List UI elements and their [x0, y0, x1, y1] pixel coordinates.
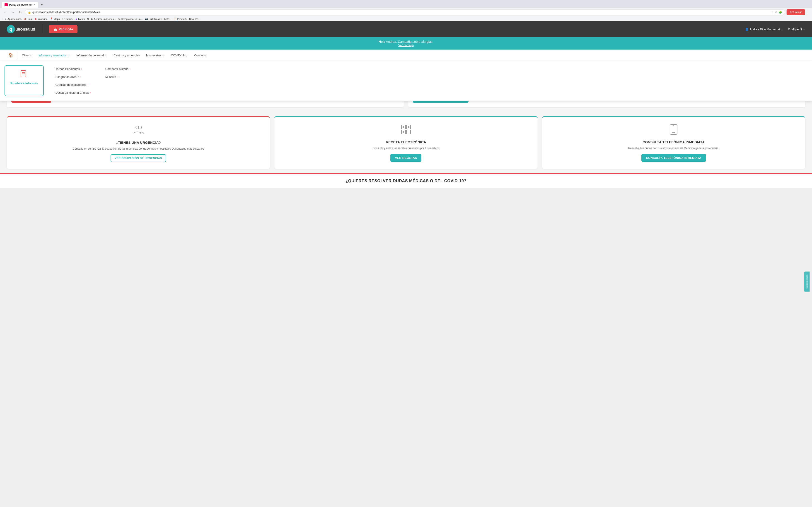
- menu-icon[interactable]: ⋮: [806, 10, 810, 15]
- nav-recetas-label: Mis recetas: [146, 54, 161, 57]
- bookmark-label: Twitch: [78, 18, 85, 20]
- ver-recetas-button[interactable]: VER RECETAS: [390, 154, 421, 162]
- refresh-button[interactable]: Actualizar: [786, 9, 805, 15]
- bookmark-label: YouTube: [38, 18, 48, 20]
- bookmark-label: Gmail: [27, 18, 33, 20]
- urgencias-card: ¿TIENES UNA URGENCIA? Consulta en tiempo…: [7, 116, 270, 169]
- dropdown-tareas[interactable]: Tareas Pendientes ›: [53, 65, 94, 72]
- chevron-citas: ⌄: [30, 54, 32, 57]
- browser-chrome: Portal del paciente ✕ +: [0, 0, 812, 8]
- bookmark-compressor[interactable]: ⊕ Compressor.io - o...: [118, 17, 143, 20]
- dropdown-compartir-label: Compartir historia: [105, 67, 129, 71]
- nav-item-informes[interactable]: Informes y resultados ⌄: [35, 51, 73, 60]
- dropdown-ecografias[interactable]: Ecografías 3D/4D ›: [53, 73, 94, 80]
- bookmark-bulk-resize[interactable]: 📷 Bulk Resize Photo...: [145, 17, 171, 20]
- bookmark-gmail[interactable]: M Gmail: [24, 18, 33, 20]
- bookmark-label: Traducir: [64, 18, 73, 20]
- nav-personal-label: Información personal: [77, 54, 104, 57]
- bookmark-maps[interactable]: 📍 Maps: [50, 17, 60, 20]
- chevron-icon: ›: [90, 92, 91, 94]
- bottom-question-text: ¿QUIERES RESOLVER DUDAS MÉDICAS O DEL CO…: [7, 179, 805, 183]
- bookmark-achicar[interactable]: ⊡ Achicar Imágenes...: [91, 17, 116, 20]
- bookmark-youtube[interactable]: ▶ YouTube: [35, 17, 48, 20]
- bookmark-proctoru[interactable]: 📋 ProctorU | Real Pe...: [173, 17, 200, 20]
- toolbar-right: Actualizar ⋮: [786, 9, 810, 15]
- nav-item-citas[interactable]: Citas ⌄: [19, 51, 35, 60]
- pedir-cita-button[interactable]: 📅 Pedir cita: [49, 25, 78, 33]
- calendar-icon: 📅: [53, 27, 57, 31]
- settings-icon: ⚙: [788, 27, 791, 31]
- notification-link[interactable]: Ver consejo: [3, 44, 809, 47]
- document-icon: [10, 70, 38, 80]
- bookmarks-bar: ⋮⋮ Aplicaciones M Gmail ▶ YouTube 📍 Maps…: [0, 17, 812, 21]
- mi-perfil-button[interactable]: ⚙ Mi perfil ⌄: [788, 27, 805, 31]
- urgencias-title: ¿TIENES UNA URGENCIA?: [11, 140, 265, 145]
- browser-tabs: Portal del paciente ✕ +: [2, 1, 810, 8]
- chevron-personal: ⌄: [105, 54, 107, 57]
- nav-item-covid[interactable]: COVID-19 ⌄: [168, 51, 191, 60]
- nav-item-personal[interactable]: Información personal ⌄: [73, 51, 110, 60]
- nav-item-centros[interactable]: Centros y urgencias: [110, 51, 143, 60]
- logo-icon: q: [7, 25, 15, 33]
- chevron-icon: ›: [88, 83, 88, 86]
- nav-covid-label: COVID-19: [171, 54, 185, 57]
- notification-text: Hola Andrea, Campaña sobre alergias.: [378, 40, 433, 44]
- new-tab-button[interactable]: +: [39, 1, 45, 8]
- bottom-question: ¿QUIERES RESOLVER DUDAS MÉDICAS O DEL CO…: [0, 173, 812, 188]
- svg-rect-11: [406, 130, 411, 134]
- star-icon: ☆: [771, 11, 774, 14]
- chevron-icon: ›: [130, 68, 131, 70]
- urgencias-desc: Consulta en tiempo real la ocupación de …: [11, 147, 265, 151]
- nav-home-button[interactable]: 🏠: [5, 50, 17, 61]
- dropdown-compartir[interactable]: Compartir historia ›: [103, 65, 134, 72]
- active-tab[interactable]: Portal del paciente ✕: [2, 2, 38, 8]
- forward-button[interactable]: →: [9, 9, 16, 15]
- translate-icon: T: [62, 18, 64, 20]
- gmail-icon: M: [24, 18, 26, 20]
- user-name-display[interactable]: 👤 Andrea Rico Monserrat ⌄: [745, 27, 783, 31]
- logo-text: uironsalud: [15, 27, 35, 32]
- bookmark-twitch[interactable]: ■ Twitch: [75, 18, 85, 20]
- bookmark-label: Compressor.io - o...: [121, 18, 143, 20]
- ver-ocupacion-button[interactable]: VER OCUPACIÓN DE URGENCIAS: [111, 154, 166, 162]
- back-button[interactable]: ←: [2, 9, 8, 15]
- svg-rect-14: [403, 131, 404, 133]
- address-bar[interactable]: 🔒 quironsalud.es/idcsalud-client/cm/port…: [25, 9, 785, 15]
- nav-contacto-label: Contacto: [194, 54, 206, 57]
- svg-rect-12: [403, 126, 404, 128]
- nav-centros-label: Centros y urgencias: [113, 54, 140, 57]
- tab-close-button[interactable]: ✕: [33, 3, 35, 6]
- bookmark-applications[interactable]: ⋮⋮ Aplicaciones: [2, 17, 21, 20]
- urgencias-icon: [11, 124, 265, 137]
- nav-citas-label: Citas: [22, 54, 29, 57]
- compress-icon: ⊡: [91, 17, 93, 20]
- nav-item-contacto[interactable]: Contacto: [191, 51, 209, 60]
- chevron-icon: ›: [117, 75, 118, 78]
- header-right: 👤 Andrea Rico Monserrat ⌄ ⚙ Mi perfil ⌄: [745, 27, 805, 31]
- maps-icon: 📍: [50, 17, 53, 20]
- notion-icon: N: [87, 18, 89, 20]
- dropdown-graficas[interactable]: Gráficas de indicadores ›: [53, 81, 94, 88]
- user-name-text: Andrea Rico Monserrat: [750, 27, 780, 31]
- consulta-desc: Resuelve tus dudas con nuestros médicos …: [547, 146, 801, 150]
- dropdown-mi-salud-label: Mi salud: [105, 75, 116, 78]
- nav-item-recetas[interactable]: Mis recetas ⌄: [143, 51, 168, 60]
- bookmark-translate[interactable]: T Traducir: [62, 18, 73, 20]
- pedir-cita-label: Pedir cita: [59, 27, 73, 31]
- nav-card-pruebas[interactable]: Pruebas e informes: [5, 65, 44, 96]
- lower-cards: ¿TIENES UNA URGENCIA? Consulta en tiempo…: [0, 112, 812, 173]
- chevron-down-icon: ⌄: [781, 27, 783, 31]
- bookmark-n[interactable]: N: [87, 18, 89, 20]
- consulta-telefonica-button[interactable]: CONSULTA TELEFÓNICA INMEDIATA: [642, 154, 706, 162]
- bookmark-label: Bulk Resize Photo...: [149, 18, 171, 20]
- chevron-down-icon-perfil: ⌄: [803, 27, 805, 31]
- bookmark-label: Aplicaciones: [7, 18, 21, 20]
- dropdown-historia[interactable]: Descarga Historia Clínica ›: [53, 89, 94, 96]
- dropdown-mi-salud[interactable]: Mi salud ›: [103, 73, 134, 80]
- chevron-icon: ›: [80, 75, 81, 78]
- extension-icon: ⊕: [775, 11, 777, 14]
- chevron-covid: ⌄: [185, 54, 188, 57]
- apps-icon: ⋮⋮: [2, 17, 7, 20]
- reload-button[interactable]: ↻: [17, 9, 23, 15]
- logo[interactable]: q uironsalud: [7, 25, 35, 33]
